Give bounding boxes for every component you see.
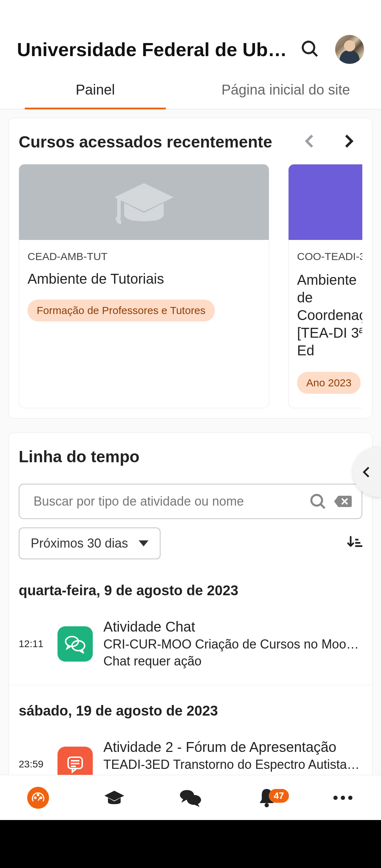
page-title: Universidade Federal de Uberlâ… bbox=[17, 38, 300, 60]
timeline-title: Linha do tempo bbox=[19, 447, 362, 466]
timeline-date-heading: sábado, 19 de agosto de 2023 bbox=[19, 696, 362, 726]
event-title: Atividade Chat bbox=[103, 619, 362, 635]
svg-rect-2 bbox=[117, 197, 121, 218]
timeline-event[interactable]: 12:11 Atividade Chat CRI-CUR-MOO Criação… bbox=[9, 613, 372, 685]
course-category-chip[interactable]: Ano 2023 bbox=[297, 372, 361, 394]
svg-point-16 bbox=[35, 797, 36, 798]
nav-more[interactable] bbox=[305, 795, 381, 801]
svg-point-22 bbox=[265, 803, 269, 807]
tab-site-home[interactable]: Página inicial do site bbox=[190, 71, 381, 109]
svg-point-24 bbox=[341, 796, 345, 800]
svg-point-0 bbox=[303, 42, 314, 53]
event-text: Atividade Chat CRI-CUR-MOO Criação de Cu… bbox=[103, 619, 362, 669]
carousel-next-button[interactable] bbox=[340, 133, 357, 151]
more-horizontal-icon bbox=[333, 795, 353, 801]
course-body: CEAD-AMB-TUT Ambiente de Tutoriais Forma… bbox=[19, 240, 269, 336]
forum-icon bbox=[65, 754, 85, 774]
bottom-navigation: 47 bbox=[0, 775, 381, 820]
chevron-left-icon bbox=[302, 133, 319, 150]
course-name: Ambiente de Coordenação [TEA-DI 3ª Ed bbox=[297, 271, 362, 359]
user-avatar[interactable] bbox=[335, 35, 364, 64]
clear-search-button[interactable] bbox=[333, 494, 352, 508]
status-bar-spacer bbox=[0, 0, 381, 28]
event-time: 12:11 bbox=[19, 638, 47, 650]
header-actions bbox=[300, 35, 364, 64]
backspace-icon bbox=[333, 494, 352, 508]
course-hero-image bbox=[19, 164, 269, 240]
chat-icon bbox=[64, 634, 86, 653]
notification-badge: 47 bbox=[269, 789, 289, 803]
main-tabs: Painel Página inicial do site bbox=[0, 71, 381, 109]
course-card[interactable]: COO-TEADI-3D Ambiente de Coordenação [TE… bbox=[288, 164, 362, 408]
event-status: Chat requer ação bbox=[103, 654, 362, 669]
timeline-date-heading: quarta-feira, 9 de agosto de 2023 bbox=[19, 575, 362, 605]
course-card[interactable]: CEAD-AMB-TUT Ambiente de Tutoriais Forma… bbox=[19, 164, 269, 408]
tab-panel[interactable]: Painel bbox=[0, 71, 190, 109]
nav-courses[interactable] bbox=[76, 789, 152, 806]
svg-point-3 bbox=[312, 495, 322, 506]
timeline-filter-row: Próximos 30 dias bbox=[19, 528, 362, 559]
svg-rect-7 bbox=[355, 539, 358, 541]
svg-line-1 bbox=[313, 52, 317, 56]
course-body: COO-TEADI-3D Ambiente de Coordenação [TE… bbox=[289, 240, 362, 408]
search-submit[interactable] bbox=[309, 492, 327, 511]
graduation-cap-icon bbox=[107, 177, 181, 227]
course-hero-image bbox=[289, 164, 362, 240]
timeline-card: Linha do tempo Próximos 30 dias bbox=[8, 433, 373, 789]
timeline-search-input[interactable] bbox=[34, 494, 302, 509]
app-header: Universidade Federal de Uberlâ… bbox=[0, 28, 381, 71]
chevron-left-icon bbox=[360, 462, 374, 483]
carousel-navigation bbox=[302, 133, 362, 151]
dropdown-label: Próximos 30 dias bbox=[31, 536, 128, 551]
search-icon bbox=[309, 492, 327, 511]
tab-site-home-label: Página inicial do site bbox=[222, 82, 350, 98]
timeline-search[interactable] bbox=[19, 484, 362, 519]
event-title: Atividade 2 - Fórum de Apresentação bbox=[103, 739, 362, 755]
course-code: CEAD-AMB-TUT bbox=[28, 251, 260, 263]
course-name: Ambiente de Tutoriais bbox=[28, 271, 260, 287]
svg-point-17 bbox=[37, 794, 39, 795]
timeline-range-dropdown[interactable]: Próximos 30 dias bbox=[19, 528, 161, 559]
svg-point-23 bbox=[333, 796, 338, 800]
svg-rect-8 bbox=[355, 542, 361, 544]
chat-activity-icon bbox=[58, 626, 93, 662]
svg-point-25 bbox=[348, 796, 352, 800]
dashboard-gauge-icon bbox=[31, 791, 45, 805]
chevron-right-icon bbox=[340, 133, 357, 150]
content-area: Cursos acessados recentemente bbox=[0, 109, 381, 812]
messages-icon bbox=[179, 789, 202, 807]
system-navigation-bar bbox=[0, 820, 381, 868]
nav-messages[interactable] bbox=[152, 789, 229, 807]
course-code: COO-TEADI-3D bbox=[297, 251, 362, 263]
svg-line-4 bbox=[321, 505, 325, 508]
nav-notifications[interactable]: 47 bbox=[229, 788, 305, 808]
dashboard-icon bbox=[27, 787, 49, 809]
recent-courses-card: Cursos acessados recentemente bbox=[8, 118, 373, 418]
timeline-sort-button[interactable] bbox=[347, 535, 362, 552]
sort-icon bbox=[347, 535, 362, 550]
svg-point-21 bbox=[187, 795, 201, 805]
event-course: CRI-CUR-MOO Criação de Cursos no Moodle bbox=[103, 637, 362, 652]
recent-courses-title: Cursos acessados recentemente bbox=[19, 132, 272, 151]
event-time: 23:59 bbox=[19, 759, 47, 770]
caret-down-icon bbox=[139, 540, 149, 547]
course-category-chip[interactable]: Formação de Professores e Tutores bbox=[28, 300, 215, 321]
nav-dashboard[interactable] bbox=[0, 787, 76, 809]
svg-rect-9 bbox=[355, 545, 362, 547]
graduation-cap-icon bbox=[103, 789, 126, 806]
carousel-prev-button[interactable] bbox=[302, 133, 319, 151]
search-icon bbox=[300, 39, 320, 59]
search-button[interactable] bbox=[300, 39, 320, 60]
event-course: TEADI-3ED Transtorno do Espectro Autista… bbox=[103, 757, 362, 772]
course-carousel[interactable]: CEAD-AMB-TUT Ambiente de Tutoriais Forma… bbox=[19, 164, 362, 408]
tab-panel-label: Painel bbox=[75, 82, 115, 98]
recent-courses-header: Cursos acessados recentemente bbox=[19, 132, 362, 151]
